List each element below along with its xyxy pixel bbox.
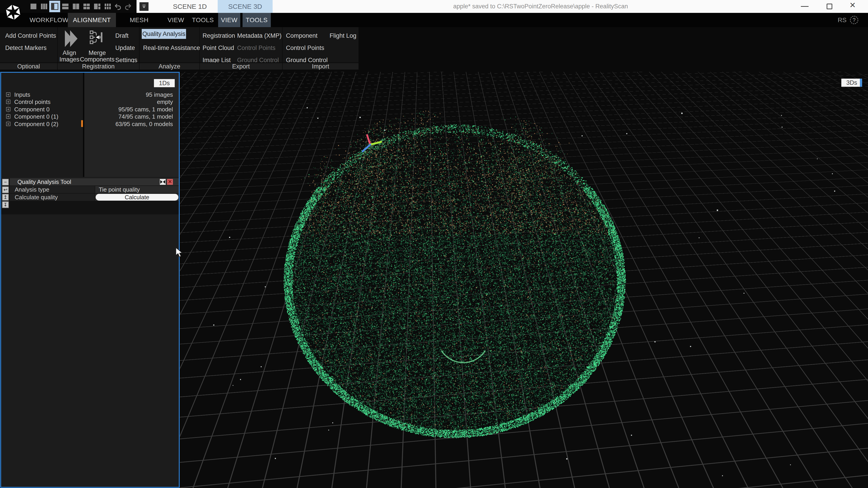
- scene-1d-panel: 1Ds + Inputs 95 images + Control points …: [0, 72, 180, 488]
- quality-analysis-tool-panel: − ↩ ↥ ↧ Quality Analysis Tool × Analysis…: [1, 178, 179, 215]
- tree-row-component-0-1[interactable]: + Component 0 (1) 74/95 cams, 1 model: [1, 113, 179, 120]
- view-badge-3d: 3Ds: [841, 78, 862, 87]
- export-settings-button[interactable]: ↥: [2, 194, 9, 201]
- calculate-button[interactable]: Calculate: [96, 194, 178, 201]
- layout-three-columns-icon[interactable]: [40, 3, 48, 10]
- analysis-type-label: Analysis type: [15, 186, 49, 193]
- close-icon: ×: [850, 0, 856, 11]
- maximize-button[interactable]: [822, 0, 837, 13]
- badge-accent-bar: [860, 78, 862, 87]
- menu-view[interactable]: VIEW: [166, 13, 186, 27]
- expand-icon[interactable]: +: [6, 114, 10, 119]
- export-metadata-xmp-button[interactable]: Metadata (XMP): [237, 32, 282, 39]
- layout-single-icon[interactable]: [30, 3, 37, 10]
- collapse-button[interactable]: −: [2, 179, 9, 186]
- expand-icon[interactable]: +: [6, 100, 10, 104]
- layout-grid-3x2-icon[interactable]: [104, 3, 112, 10]
- analysis-type-row: Analysis type Tie point quality: [10, 186, 179, 193]
- ribbon-group-export: Registration Point Cloud Image List Meta…: [200, 27, 282, 70]
- expand-icon[interactable]: +: [6, 107, 10, 111]
- import-settings-button[interactable]: ↧: [2, 201, 9, 208]
- realityscan-logo-icon: [5, 4, 21, 21]
- minimize-icon: [801, 6, 809, 7]
- export-control-points-button: Control Points: [237, 44, 276, 52]
- menu-workflow[interactable]: WORKFLOW: [30, 13, 67, 27]
- update-button[interactable]: Update: [115, 44, 135, 52]
- maximize-icon: [827, 4, 832, 9]
- layout-grid-2x2-icon[interactable]: [83, 3, 90, 10]
- detect-markers-button[interactable]: Detect Markers: [5, 44, 46, 52]
- group-label-export: Export: [200, 63, 282, 70]
- expand-icon[interactable]: +: [6, 92, 10, 97]
- chevron-down-icon: [143, 6, 146, 8]
- close-tool-icon[interactable]: ×: [167, 179, 173, 185]
- layout-left-pane-right-rows-icon[interactable]: [94, 3, 101, 10]
- quality-analysis-button[interactable]: Quality Analysis: [142, 29, 186, 39]
- redo-icon[interactable]: [124, 3, 132, 11]
- export-registration-button[interactable]: Registration: [203, 32, 235, 39]
- title-bar: SCENE 1D SCENE 3D apple* saved to C:\RST…: [0, 0, 868, 13]
- import-control-points-button[interactable]: Control Points: [286, 44, 324, 52]
- realtime-assistance-button[interactable]: Real-time Assistance: [143, 44, 200, 52]
- project-tree: 1Ds + Inputs 95 images + Control points …: [1, 73, 179, 177]
- tab-scene-3d[interactable]: SCENE 3D: [218, 0, 273, 13]
- import-component-button[interactable]: Component: [286, 32, 318, 39]
- merge-components-icon: [89, 30, 104, 45]
- view-badge-1d: 1Ds: [154, 79, 175, 87]
- undo-icon[interactable]: [114, 3, 122, 11]
- help-icon[interactable]: ?: [850, 16, 858, 24]
- layout-split-vertical-icon[interactable]: [72, 3, 80, 10]
- tool-title: Quality Analysis Tool: [18, 178, 71, 186]
- window-title: apple* saved to C:\RSTwoPointZeroRelease…: [453, 0, 628, 13]
- stray-points: [180, 72, 868, 488]
- axis-gizmo-icon: [360, 133, 383, 156]
- tree-row-component-0[interactable]: + Component 0 95/95 cams, 1 model: [1, 106, 179, 113]
- draft-button[interactable]: Draft: [115, 32, 129, 39]
- mouse-cursor: [175, 247, 184, 258]
- menu-contextual-tools[interactable]: TOOLS: [243, 13, 271, 27]
- ribbon-group-analyze: Quality Analysis Real-time Assistance An…: [140, 27, 199, 70]
- minimize-button[interactable]: [797, 0, 813, 13]
- import-flight-log-button[interactable]: Flight Log: [330, 32, 356, 39]
- ribbon-group-registration: Align Images Merge Components Draft Upda…: [58, 27, 139, 70]
- user-badge[interactable]: RS: [838, 13, 846, 27]
- export-point-cloud-button[interactable]: Point Cloud: [203, 44, 234, 52]
- group-label-registration: Registration: [58, 63, 139, 70]
- dock-icon[interactable]: [160, 179, 166, 185]
- calculate-quality-label: Calculate quality: [15, 194, 58, 201]
- add-control-points-button[interactable]: Add Control Points: [5, 32, 56, 39]
- menu-mesh-model[interactable]: MESH MODEL: [119, 13, 159, 27]
- menu-contextual-view[interactable]: VIEW: [218, 13, 240, 27]
- expand-icon[interactable]: +: [6, 122, 10, 126]
- group-label-optional: Optional: [0, 63, 57, 70]
- menu-bar: WORKFLOW ALIGNMENT MESH MODEL VIEW TOOLS…: [0, 13, 868, 27]
- selection-marker: [81, 120, 83, 127]
- menu-tools[interactable]: TOOLS: [191, 13, 215, 27]
- reset-button[interactable]: ↩: [2, 186, 9, 193]
- analysis-type-select[interactable]: Tie point quality: [95, 186, 179, 193]
- calculate-quality-row: Calculate quality Calculate: [10, 194, 179, 201]
- ribbon-group-optional: Add Control Points Detect Markers Option…: [0, 27, 57, 70]
- tool-title-bar[interactable]: Quality Analysis Tool ×: [10, 178, 179, 186]
- scene-3d-viewport[interactable]: 3Ds: [180, 72, 868, 488]
- group-label-import: Import: [283, 63, 359, 70]
- tab-scene-1d[interactable]: SCENE 1D: [167, 0, 213, 13]
- group-label-analyze: Analyze: [140, 63, 199, 70]
- tree-row-control-points[interactable]: + Control points empty: [1, 98, 179, 105]
- ribbon-group-import: Component Control Points Ground Control …: [283, 27, 359, 70]
- menu-alignment[interactable]: ALIGNMENT: [68, 13, 116, 27]
- layout-two-rows-icon[interactable]: [62, 3, 69, 10]
- close-button[interactable]: ×: [846, 0, 862, 13]
- toolbar-pin-button[interactable]: [140, 2, 149, 11]
- layout-1d-3d-active-icon[interactable]: [49, 1, 60, 12]
- tree-row-component-0-2[interactable]: + Component 0 (2) 63/95 cams, 0 models: [1, 121, 179, 127]
- ribbon: Add Control Points Detect Markers Option…: [0, 27, 868, 72]
- tree-row-inputs[interactable]: + Inputs 95 images: [1, 91, 179, 98]
